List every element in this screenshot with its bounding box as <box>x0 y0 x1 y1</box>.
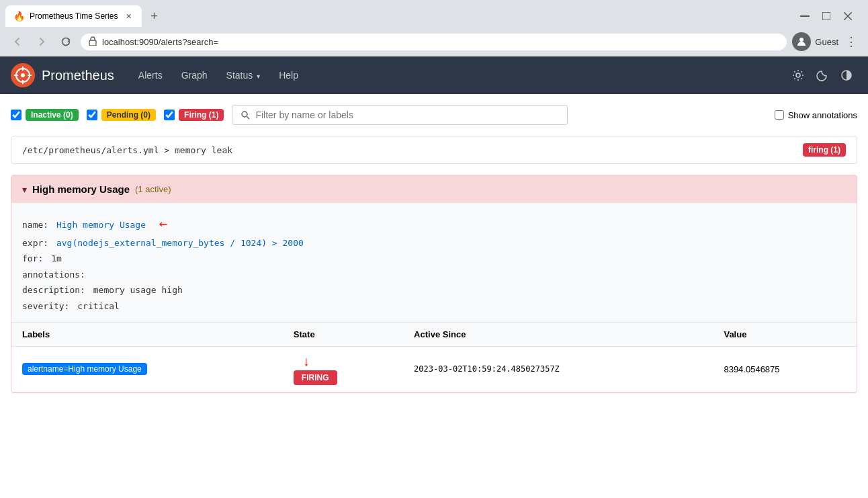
breadcrumb-firing-badge: firing (1) <box>803 143 846 157</box>
settings-icon-button[interactable] <box>787 65 809 86</box>
show-annotations-checkbox[interactable] <box>775 110 784 120</box>
svg-point-5 <box>799 38 804 42</box>
prometheus-logo-text: Prometheus <box>42 68 114 83</box>
alert-expr-value[interactable]: avg(nodejs_external_memory_bytes / 1024)… <box>56 238 304 248</box>
nav-graph[interactable]: Graph <box>173 65 216 86</box>
url-bar[interactable]: localhost:9090/alerts?search= <box>81 34 787 50</box>
profile-icon[interactable] <box>792 32 811 51</box>
prometheus-logo: Prometheus <box>11 63 114 87</box>
tab-bar: 🔥 Prometheus Time Series ✕ + <box>0 0 868 27</box>
inactive-checkbox[interactable] <box>11 110 21 120</box>
nav-help[interactable]: Help <box>271 65 306 86</box>
url-text: localhost:9090/alerts?search= <box>102 37 779 47</box>
minimize-button[interactable] <box>795 7 814 26</box>
active-tab[interactable]: 🔥 Prometheus Time Series ✕ <box>5 5 142 27</box>
table-cell-state: ↓FIRING <box>283 346 403 392</box>
contrast-icon-button[interactable] <box>836 65 857 86</box>
alert-severity-line: severity: critical <box>22 298 846 314</box>
svg-point-15 <box>242 112 247 117</box>
show-annotations-text: Show annotations <box>788 110 857 120</box>
alert-annotations-line: annotations: <box>22 267 846 282</box>
tab-title: Prometheus Time Series <box>30 11 118 21</box>
new-tab-button[interactable]: + <box>144 7 163 26</box>
table-cell-value: 8394.0546875 <box>713 346 857 392</box>
col-active-since: Active Since <box>403 322 713 346</box>
table-cell-label: alertname=High memory Usage <box>11 346 283 392</box>
search-icon <box>241 110 250 120</box>
show-annotations-label[interactable]: Show annotations <box>775 110 857 120</box>
alert-header[interactable]: ▾ High memory Usage (1 active) <box>11 175 857 203</box>
tab-close-button[interactable]: ✕ <box>123 11 134 22</box>
main-content: Inactive (0) Pending (0) Firing (1) Show… <box>0 94 868 415</box>
label-badge: alertname=High memory Usage <box>22 363 147 375</box>
alert-for-line: for: 1m <box>22 251 846 266</box>
search-container <box>232 105 568 125</box>
col-value: Value <box>713 322 857 346</box>
pending-checkbox[interactable] <box>87 110 97 120</box>
svg-rect-0 <box>800 15 810 17</box>
profile-area: Guest ⋮ <box>792 32 860 52</box>
window-controls <box>795 7 863 26</box>
tab-favicon: 🔥 <box>13 11 24 22</box>
svg-line-16 <box>247 117 250 120</box>
filter-row: Inactive (0) Pending (0) Firing (1) Show… <box>11 105 857 125</box>
breadcrumb-row: /etc/prometheus/alerts.yml > memory leak… <box>11 136 857 164</box>
inactive-filter[interactable]: Inactive (0) <box>11 109 79 121</box>
alert-for-value: 1m <box>51 253 62 263</box>
nav-status[interactable]: Status ▾ <box>218 65 269 86</box>
nav-alerts[interactable]: Alerts <box>130 65 171 86</box>
alert-title: High memory Usage <box>32 183 130 195</box>
firing-checkbox[interactable] <box>164 110 175 120</box>
browser-chrome: 🔥 Prometheus Time Series ✕ + <box>0 0 868 56</box>
breadcrumb: /etc/prometheus/alerts.yml > memory leak <box>22 145 232 155</box>
name-arrow-indicator: ← <box>159 215 167 231</box>
search-input[interactable] <box>255 110 559 120</box>
collapse-icon: ▾ <box>22 184 27 195</box>
prometheus-navbar: Prometheus Alerts Graph Status ▾ Help <box>0 56 868 94</box>
alert-expr-line: expr: avg(nodejs_external_memory_bytes /… <box>22 235 846 251</box>
maximize-button[interactable] <box>817 7 836 26</box>
pending-filter[interactable]: Pending (0) <box>87 109 156 121</box>
alert-active-count: (1 active) <box>135 184 171 194</box>
svg-point-8 <box>21 73 25 77</box>
firing-arrow-indicator: ↓ <box>303 354 310 369</box>
svg-rect-4 <box>89 40 96 46</box>
pending-badge: Pending (0) <box>101 109 156 121</box>
address-bar: localhost:9090/alerts?search= Guest ⋮ <box>0 27 868 56</box>
svg-point-13 <box>796 73 800 77</box>
firing-state-button[interactable]: FIRING <box>294 370 337 385</box>
alert-section: ▾ High memory Usage (1 active) name: Hig… <box>11 175 857 393</box>
alert-severity-value: critical <box>77 301 120 311</box>
profile-label: Guest <box>815 37 838 47</box>
prometheus-nav-icons <box>787 65 857 86</box>
refresh-button[interactable] <box>56 32 75 51</box>
alert-details: name: High memory Usage ← expr: avg(node… <box>11 203 857 322</box>
col-state: State <box>283 322 403 346</box>
browser-menu-button[interactable]: ⋮ <box>842 32 860 52</box>
firing-filter[interactable]: Firing (1) <box>164 109 224 121</box>
prometheus-nav-items: Alerts Graph Status ▾ Help <box>130 65 306 86</box>
firing-badge: Firing (1) <box>179 109 224 121</box>
alert-description-line: description: memory usage high <box>22 282 846 298</box>
alert-description-value: memory usage high <box>93 285 183 295</box>
alert-name-line: name: High memory Usage ← <box>22 211 846 235</box>
close-window-button[interactable] <box>838 7 857 26</box>
alert-name-value[interactable]: High memory Usage <box>56 220 146 230</box>
prometheus-logo-icon <box>11 63 35 87</box>
lock-icon <box>89 36 97 48</box>
forward-button[interactable] <box>32 32 51 51</box>
col-labels: Labels <box>11 322 283 346</box>
inactive-badge: Inactive (0) <box>26 109 79 121</box>
table-cell-active-since: 2023-03-02T10:59:24.485027357Z <box>403 346 713 392</box>
table-row: alertname=High memory Usage↓FIRING2023-0… <box>11 346 857 392</box>
theme-moon-icon-button[interactable] <box>812 65 833 86</box>
svg-rect-1 <box>822 12 830 20</box>
back-button[interactable] <box>8 32 27 51</box>
alert-table: Labels State Active Since Value alertnam… <box>11 322 857 392</box>
